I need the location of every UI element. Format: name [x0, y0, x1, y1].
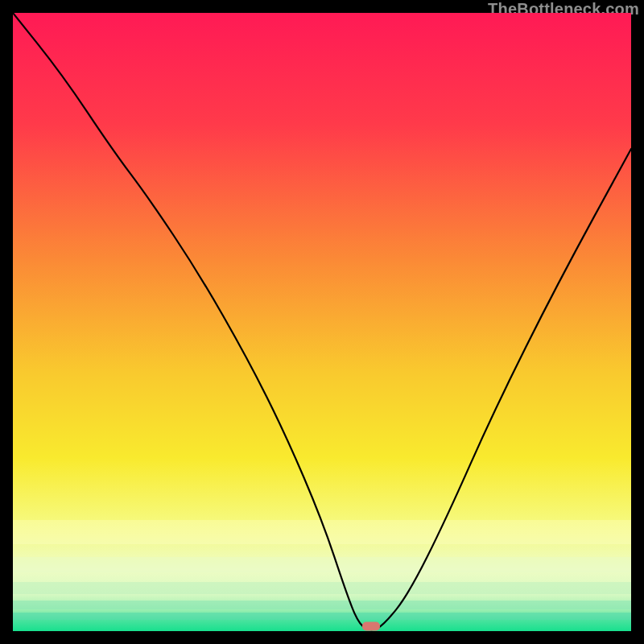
chart-frame: TheBottleneck.com: [0, 0, 644, 644]
background-gradient: [13, 13, 631, 631]
gradient-band: [13, 582, 631, 594]
optimal-marker: [362, 621, 380, 630]
gradient-band: [13, 557, 631, 572]
gradient-band: [13, 601, 631, 610]
plot-area: [13, 13, 631, 631]
gradient-band: [13, 613, 631, 620]
gradient-band: [13, 520, 631, 545]
